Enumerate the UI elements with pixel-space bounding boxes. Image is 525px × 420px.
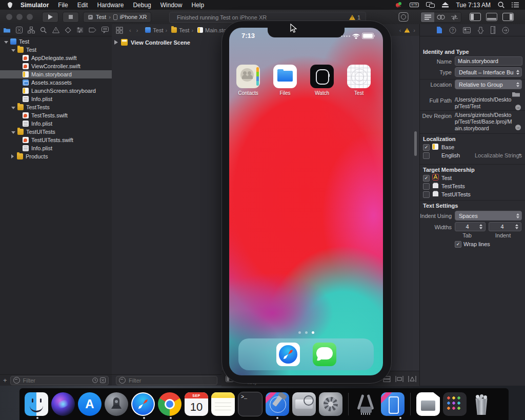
dock-disk-utility-icon[interactable]: [292, 392, 316, 416]
crumb-project[interactable]: Test: [153, 27, 163, 33]
english-checkbox[interactable]: ✓: [423, 152, 430, 159]
messages-app-icon[interactable]: [313, 343, 336, 366]
app-files[interactable]: Files: [273, 65, 297, 96]
prev-issue-button[interactable]: ‹: [399, 27, 401, 33]
toggle-inspector-button[interactable]: [502, 13, 514, 21]
input-source-icon[interactable]: VI TX: [410, 3, 419, 7]
apple-menu-icon[interactable]: [7, 2, 13, 8]
tree-row-appdelegate[interactable]: AppDelegate.swift: [0, 54, 112, 62]
indent-width-field[interactable]: 4: [489, 222, 521, 231]
align-icon[interactable]: [395, 376, 403, 382]
assistant-editor-button[interactable]: [434, 12, 448, 22]
tree-row-viewcontroller[interactable]: ViewController.swift: [0, 62, 112, 70]
eject-icon[interactable]: [442, 2, 449, 8]
tree-row-group-test[interactable]: Test: [0, 46, 112, 54]
size-inspector-tab[interactable]: [491, 26, 495, 34]
displays-icon[interactable]: [426, 2, 435, 8]
toggle-debug-area-button[interactable]: [486, 13, 497, 21]
next-issue-button[interactable]: ›: [413, 27, 415, 33]
view-controller-scene-row[interactable]: View Controller Scene: [114, 39, 190, 46]
connections-inspector-tab[interactable]: [502, 27, 509, 34]
project-navigator-icon[interactable]: [3, 27, 11, 33]
dock-siri-icon[interactable]: [51, 392, 75, 416]
target-testtests-checkbox[interactable]: ✓: [423, 183, 430, 190]
related-items-icon[interactable]: [116, 27, 123, 34]
add-file-button[interactable]: +: [3, 376, 7, 384]
window-close-button[interactable]: [6, 14, 12, 20]
breakpoint-navigator-icon[interactable]: [89, 27, 96, 33]
menu-debug[interactable]: Debug: [128, 2, 155, 9]
dock-finder-icon[interactable]: [25, 392, 48, 416]
dock-simulator-icon[interactable]: [381, 392, 405, 416]
version-editor-button[interactable]: [448, 12, 461, 22]
iphone-screen[interactable]: 7:13 Contacts Files Watch Test: [229, 28, 383, 375]
tree-row-testtests-swift[interactable]: TestTests.swift: [0, 111, 112, 119]
dock-applications-icon[interactable]: [443, 392, 467, 416]
dev-region-arrow[interactable]: →: [515, 125, 521, 130]
forward-button[interactable]: ›: [136, 27, 138, 33]
tree-row-launchscreen[interactable]: LaunchScreen.storyboard: [0, 87, 112, 95]
menu-hardware[interactable]: Hardware: [92, 2, 128, 9]
target-testuitests-checkbox[interactable]: ✓: [423, 191, 430, 198]
symbol-navigator-icon[interactable]: [28, 27, 35, 33]
notification-center-icon[interactable]: [512, 2, 519, 8]
dock-safari-icon[interactable]: [131, 392, 155, 416]
dock-document-icon[interactable]: [416, 392, 440, 416]
target-test-checkbox[interactable]: ✓: [423, 175, 430, 182]
canvas-scrollbar[interactable]: [414, 131, 417, 156]
add-constraints-icon[interactable]: [408, 376, 416, 382]
tree-row-testuitests-group[interactable]: TestUITests: [0, 128, 112, 136]
dock-xcode-icon[interactable]: [266, 392, 289, 416]
disclosure-icon[interactable]: [114, 40, 118, 45]
location-dropdown[interactable]: Relative to Group: [455, 79, 522, 89]
attributes-inspector-tab[interactable]: [477, 27, 484, 34]
status-app-icon[interactable]: [395, 2, 402, 8]
app-contacts[interactable]: Contacts: [236, 65, 260, 96]
warning-indicator[interactable]: 1: [349, 14, 360, 21]
identity-inspector-tab[interactable]: [463, 27, 471, 33]
back-button[interactable]: ‹: [129, 27, 131, 33]
spotlight-search-icon[interactable]: [498, 2, 504, 8]
safari-app-icon[interactable]: [276, 343, 300, 366]
type-dropdown[interactable]: Default – Interface Builder…: [455, 67, 522, 77]
tree-row-testtests-group[interactable]: TestTests: [0, 103, 112, 111]
tree-row-testuitests-swift[interactable]: TestUITests.swift: [0, 136, 112, 144]
choose-folder-button[interactable]: [512, 91, 520, 97]
english-file-type[interactable]: Localizable Strings: [475, 152, 522, 158]
base-checkbox[interactable]: ✓: [423, 144, 430, 151]
indent-using-dropdown[interactable]: Spaces: [455, 211, 522, 221]
report-navigator-icon[interactable]: [102, 27, 109, 33]
menu-app-name[interactable]: Simulator: [16, 2, 53, 9]
dock-app-store-icon[interactable]: A: [78, 392, 102, 416]
tree-row-assets[interactable]: Assets.xcassets: [0, 78, 112, 87]
toggle-navigator-button[interactable]: [470, 13, 481, 21]
issue-navigator-icon[interactable]: [52, 27, 59, 33]
tree-row-products-group[interactable]: Products: [0, 152, 112, 161]
window-minimize-button[interactable]: [16, 14, 23, 20]
dock-calendar-icon[interactable]: SEP10: [185, 392, 208, 416]
tree-row-infoplist[interactable]: Info.plist: [0, 144, 112, 152]
outline-filter-field[interactable]: [116, 376, 217, 385]
menu-window[interactable]: Window: [156, 2, 187, 9]
dock-instruments-icon[interactable]: [354, 392, 378, 416]
simulator-window[interactable]: 7:13 Contacts Files Watch Test: [221, 21, 392, 384]
tree-row-infoplist[interactable]: Info.plist: [0, 119, 112, 128]
app-test[interactable]: Test: [347, 65, 371, 96]
debug-navigator-icon[interactable]: [76, 27, 84, 33]
app-watch[interactable]: Watch: [310, 65, 334, 96]
dock-terminal-icon[interactable]: >_: [238, 392, 262, 416]
tab-width-field[interactable]: 4: [455, 222, 486, 231]
navigator-filter-input[interactable]: [22, 377, 79, 384]
library-button[interactable]: [398, 12, 409, 22]
scheme-selector[interactable]: Test › iPhone XR: [83, 12, 151, 23]
tree-row-main-storyboard[interactable]: Main.storyboard: [0, 70, 112, 78]
menu-edit[interactable]: Edit: [73, 2, 93, 9]
window-zoom-button[interactable]: [27, 14, 33, 20]
test-navigator-icon[interactable]: [65, 27, 71, 33]
menu-file[interactable]: File: [53, 2, 72, 9]
full-path-arrow[interactable]: →: [515, 105, 521, 110]
source-control-navigator-icon[interactable]: [16, 27, 23, 33]
dock-launchpad-icon[interactable]: [105, 392, 128, 416]
recent-files-icon[interactable]: [92, 377, 98, 383]
dock-system-preferences-icon[interactable]: [319, 392, 342, 416]
